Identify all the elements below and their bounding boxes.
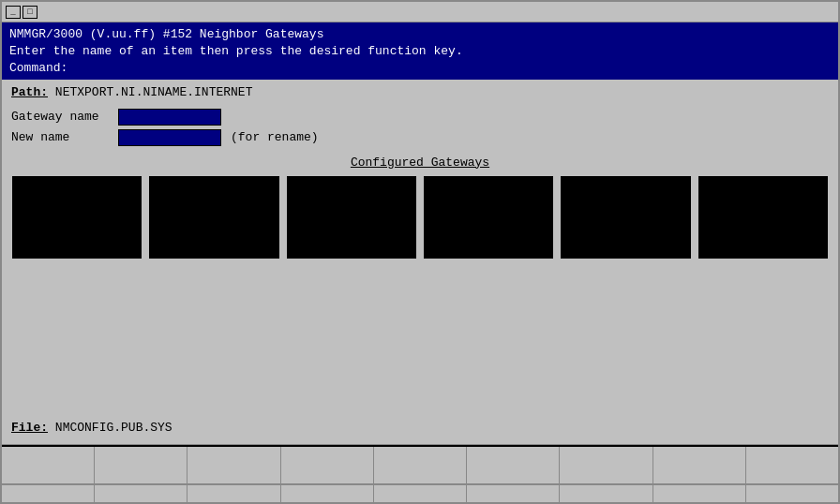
configured-gateways-title: Configured Gateways bbox=[11, 156, 829, 170]
g8-empty bbox=[653, 485, 746, 502]
new-name-label: New name bbox=[11, 130, 114, 144]
g5-empty bbox=[374, 485, 467, 502]
file-label: File: bbox=[11, 421, 48, 435]
function-keys-row: NextPage PrevPage Delete Rename Add Modi… bbox=[2, 445, 838, 484]
window-frame: _ □ NMMGR/3000 (V.uu.ff) #152 Neighbor G… bbox=[0, 0, 840, 504]
f6-add[interactable]: Add bbox=[467, 447, 560, 484]
gateway-grid bbox=[11, 175, 829, 259]
header-line3: Command: bbox=[9, 60, 831, 77]
bottom-section: NextPage PrevPage Delete Rename Add Modi… bbox=[2, 444, 838, 502]
gateway-box-6[interactable] bbox=[698, 175, 829, 259]
f7-modify[interactable]: Modify bbox=[560, 447, 652, 484]
f5-empty bbox=[374, 447, 467, 484]
gateway-name-row: Gateway name bbox=[11, 109, 829, 126]
f2-prev-page[interactable]: PrevPage bbox=[95, 447, 188, 484]
f1-next-page[interactable]: NextPage bbox=[2, 447, 95, 484]
new-name-row: New name (for rename) bbox=[11, 129, 829, 146]
title-bar: _ □ bbox=[2, 2, 838, 22]
title-bar-buttons: _ □ bbox=[6, 6, 38, 19]
header-section: NMMGR/3000 (V.uu.ff) #152 Neighbor Gatew… bbox=[2, 22, 838, 80]
header-line1: NMMGR/3000 (V.uu.ff) #152 Neighbor Gatew… bbox=[9, 26, 831, 43]
rename-hint: (for rename) bbox=[231, 130, 319, 144]
content-section: Path: NETXPORT.NI.NINAME.INTERNET Gatewa… bbox=[2, 80, 838, 444]
g7-empty bbox=[560, 485, 652, 502]
maximize-button[interactable]: □ bbox=[22, 6, 38, 19]
gateway-box-2[interactable] bbox=[148, 175, 279, 259]
g9-empty bbox=[746, 485, 838, 502]
gateway-box-3[interactable] bbox=[286, 175, 417, 259]
g4-empty bbox=[281, 485, 374, 502]
f4-rename[interactable]: Rename bbox=[281, 447, 374, 484]
g6-empty bbox=[467, 485, 560, 502]
gateway-box-5[interactable] bbox=[560, 175, 691, 259]
gateway-box-1[interactable] bbox=[11, 175, 142, 259]
path-line: Path: NETXPORT.NI.NINAME.INTERNET bbox=[11, 85, 829, 99]
f3-delete[interactable]: Delete bbox=[188, 447, 280, 484]
file-value: NMCONFIG.PUB.SYS bbox=[55, 421, 172, 435]
f8-help[interactable]: Help bbox=[653, 447, 746, 484]
header-line2: Enter the name of an item then press the… bbox=[9, 43, 831, 60]
function-keys-secondary-row bbox=[2, 484, 838, 502]
file-line: File: NMCONFIG.PUB.SYS bbox=[11, 421, 829, 435]
gateway-name-label: Gateway name bbox=[11, 110, 114, 124]
g3-empty bbox=[188, 485, 280, 502]
f9-prior-screen[interactable]: PriorScreen bbox=[746, 447, 838, 484]
gateway-name-input[interactable] bbox=[118, 109, 221, 126]
g1-empty bbox=[2, 485, 95, 502]
gateway-box-4[interactable] bbox=[423, 175, 554, 259]
path-value: NETXPORT.NI.NINAME.INTERNET bbox=[55, 85, 253, 99]
new-name-input[interactable] bbox=[118, 129, 221, 146]
g2-empty bbox=[95, 485, 188, 502]
main-area: NMMGR/3000 (V.uu.ff) #152 Neighbor Gatew… bbox=[2, 22, 838, 502]
fields-section: Gateway name New name (for rename) bbox=[11, 109, 829, 146]
path-label: Path: bbox=[11, 85, 48, 99]
minimize-button[interactable]: _ bbox=[6, 6, 21, 19]
